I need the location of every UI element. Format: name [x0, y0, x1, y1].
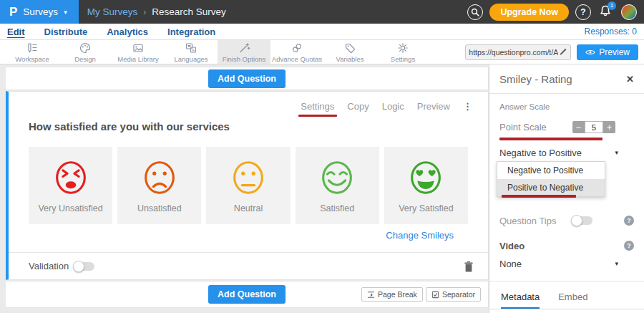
toolbar-item-settings[interactable]: Settings — [376, 40, 429, 64]
upgrade-now-button[interactable]: Upgrade Now — [489, 4, 569, 21]
kebab-menu-icon[interactable]: ⋮ — [463, 101, 472, 112]
notifications-button[interactable]: 1 — [597, 4, 615, 21]
nav-tab-integration[interactable]: Integration — [167, 27, 215, 37]
toolbar-label: Finish Options — [223, 55, 266, 63]
smiley-label: Very Satisfied — [399, 203, 453, 213]
smiley-option-satisfied[interactable]: Satisfied — [296, 147, 379, 224]
nav-tab-edit[interactable]: Edit — [7, 27, 25, 37]
delete-question-trash-icon[interactable] — [464, 261, 474, 272]
tab-embed[interactable]: Embed — [558, 292, 587, 309]
topbar-actions: Upgrade Now ? 1 — [467, 4, 644, 21]
toolbar-item-workspace[interactable]: Workspace — [6, 40, 59, 64]
selected-direction: Negative to Positive — [499, 148, 582, 158]
survey-url-box[interactable] — [465, 44, 571, 60]
video-select[interactable]: None ▾ — [499, 259, 634, 269]
questionpro-logo-icon: P — [9, 5, 17, 19]
annotation-underline — [502, 195, 576, 198]
smiley-option-very-unsatisfied[interactable]: Very Unsatisfied — [29, 147, 112, 224]
page-break-button[interactable]: Page Break — [361, 287, 423, 302]
top-bar: P Surveys ▾ My Surveys › Research Survey… — [0, 0, 644, 24]
toolbar-item-finish-options[interactable]: Finish Options — [218, 40, 270, 64]
toggle-knob — [571, 215, 582, 226]
smiley-label: Very Unsatisfied — [38, 203, 102, 213]
smiley-label: Satisfied — [320, 203, 354, 213]
palette-icon — [79, 42, 92, 54]
scale-direction-select[interactable]: Negative to Positive ▾ — [499, 148, 634, 158]
gear-icon — [396, 42, 409, 54]
unsatisfied-smiley-icon — [139, 158, 180, 199]
toolbar-item-languages[interactable]: A Languages — [165, 40, 218, 64]
selected-video: None — [499, 259, 522, 269]
question-tab-logic[interactable]: Logic — [382, 101, 404, 112]
toolbar-item-advance-quotas[interactable]: Advance Quotas — [270, 40, 323, 64]
decrease-button[interactable]: – — [572, 121, 585, 133]
validation-toggle[interactable] — [74, 262, 94, 271]
question-tips-row: Question Tips ? — [499, 216, 634, 226]
question-tab-settings[interactable]: Settings — [301, 101, 334, 112]
survey-canvas: Add Question Settings Copy Logic Preview… — [0, 64, 489, 313]
help-button[interactable]: ? — [575, 4, 591, 20]
point-scale-label: Point Scale — [499, 122, 547, 133]
point-scale-value[interactable]: 5 — [585, 121, 603, 133]
notification-badge: 1 — [608, 1, 616, 10]
toolbar-label: Design — [74, 55, 96, 63]
chain-links-icon — [291, 42, 303, 54]
divider — [489, 309, 644, 309]
help-icon[interactable]: ? — [624, 216, 634, 226]
toolbar-label: Workspace — [15, 55, 49, 63]
point-scale-stepper: – 5 + — [572, 121, 615, 133]
direction-dropdown-menu: Negative to Positive Positive to Negativ… — [497, 161, 605, 197]
video-row: Video ? — [499, 241, 634, 251]
search-button[interactable] — [467, 4, 483, 20]
edit-pencil-icon[interactable] — [558, 47, 567, 57]
toolbar-item-variables[interactable]: Variables — [323, 40, 376, 64]
toolbar-item-media-library[interactable]: Media Library — [112, 40, 165, 64]
increase-button[interactable]: + — [603, 121, 615, 133]
annotation-underline — [298, 115, 337, 117]
main-area: Add Question Settings Copy Logic Preview… — [0, 64, 644, 313]
search-icon — [471, 8, 479, 16]
nav-tab-analytics[interactable]: Analytics — [107, 27, 148, 37]
point-scale-row: Point Scale – 5 + — [499, 121, 634, 133]
add-question-button[interactable]: Add Question — [208, 285, 286, 304]
add-question-button[interactable]: Add Question — [208, 69, 286, 88]
product-switcher[interactable]: P Surveys ▾ — [0, 0, 79, 24]
survey-url-input[interactable] — [469, 48, 558, 57]
tab-metadata[interactable]: Metadata — [501, 292, 540, 309]
metadata-tabs: Metadata Embed — [499, 292, 634, 309]
chevron-down-icon: ▾ — [64, 9, 67, 16]
change-smileys-row: Change Smileys — [9, 224, 488, 241]
option-negative-to-positive[interactable]: Negative to Positive — [497, 162, 605, 179]
breadcrumb-parent[interactable]: My Surveys — [87, 6, 138, 17]
avatar[interactable] — [621, 4, 637, 20]
page-controls: Page Break Separator — [361, 281, 481, 307]
question-tips-toggle[interactable] — [572, 216, 592, 225]
option-positive-to-negative[interactable]: Positive to Negative — [497, 179, 605, 196]
eye-icon — [585, 49, 595, 56]
question-tab-label: Settings — [301, 101, 334, 112]
change-smileys-link[interactable]: Change Smileys — [386, 230, 454, 241]
page-break-label: Page Break — [378, 290, 417, 299]
video-label: Video — [499, 241, 525, 251]
smiley-option-unsatisfied[interactable]: Unsatisfied — [117, 147, 201, 224]
smiley-option-neutral[interactable]: Neutral — [206, 147, 290, 224]
question-title[interactable]: How satisfied are you with our services — [29, 120, 488, 133]
toolbar-label: Languages — [174, 55, 208, 63]
separator-label: Separator — [442, 290, 475, 299]
very-satisfied-smiley-icon — [405, 158, 447, 199]
smiley-option-very-satisfied[interactable]: Very Satisfied — [384, 147, 468, 224]
preview-button[interactable]: Preview — [577, 44, 638, 60]
question-tab-copy[interactable]: Copy — [347, 101, 369, 112]
nav-tab-distribute[interactable]: Distribute — [44, 27, 88, 37]
question-tab-preview[interactable]: Preview — [417, 101, 450, 112]
toolbar-item-design[interactable]: Design — [59, 40, 112, 64]
separator-button[interactable]: Separator — [426, 287, 481, 302]
close-icon[interactable]: ✕ — [626, 74, 634, 85]
chevron-down-icon: ▾ — [615, 260, 618, 267]
help-icon[interactable]: ? — [624, 241, 634, 251]
editor-toolbar: Workspace Design Media Library A Languag… — [0, 40, 644, 64]
smiley-scale: Very Unsatisfied Unsatisfied — [29, 147, 468, 224]
responses-count[interactable]: Responses: 0 — [585, 27, 637, 37]
question-settings-panel: Smiley - Rating ✕ Answer Scale Point Sca… — [489, 64, 644, 313]
toolbar-label: Settings — [391, 55, 415, 63]
